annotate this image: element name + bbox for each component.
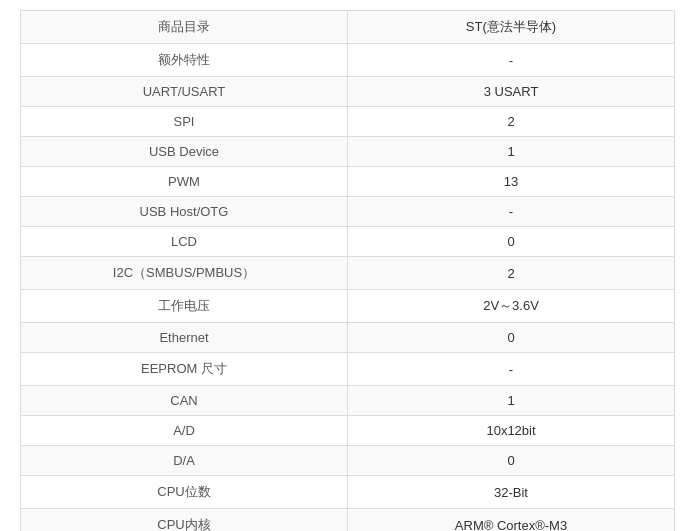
table-row: UART/USART3 USART	[21, 77, 675, 107]
row-value: 2V～3.6V	[348, 290, 675, 323]
row-label: LCD	[21, 227, 348, 257]
table-row: CPU内核ARM® Cortex®-M3	[21, 509, 675, 532]
table-row: USB Host/OTG-	[21, 197, 675, 227]
row-value: ST(意法半导体)	[348, 11, 675, 44]
row-label: A/D	[21, 416, 348, 446]
table-row: D/A0	[21, 446, 675, 476]
row-value: 1	[348, 137, 675, 167]
row-label: Ethernet	[21, 323, 348, 353]
row-label: I2C（SMBUS/PMBUS）	[21, 257, 348, 290]
table-row: A/D10x12bit	[21, 416, 675, 446]
row-value: 10x12bit	[348, 416, 675, 446]
table-row: USB Device1	[21, 137, 675, 167]
row-value: -	[348, 353, 675, 386]
row-value: 0	[348, 323, 675, 353]
table-row: SPI2	[21, 107, 675, 137]
row-value: 32-Bit	[348, 476, 675, 509]
row-label: UART/USART	[21, 77, 348, 107]
row-value: 0	[348, 227, 675, 257]
table-row: EEPROM 尺寸-	[21, 353, 675, 386]
table-row: Ethernet0	[21, 323, 675, 353]
row-label: PWM	[21, 167, 348, 197]
table-row: 工作电压2V～3.6V	[21, 290, 675, 323]
table-row: 额外特性-	[21, 44, 675, 77]
table-row: PWM13	[21, 167, 675, 197]
row-value: ARM® Cortex®-M3	[348, 509, 675, 532]
row-label: USB Host/OTG	[21, 197, 348, 227]
row-value: -	[348, 44, 675, 77]
row-label: 商品目录	[21, 11, 348, 44]
row-value: 2	[348, 107, 675, 137]
row-value: 3 USART	[348, 77, 675, 107]
row-label: D/A	[21, 446, 348, 476]
row-label: USB Device	[21, 137, 348, 167]
main-container: 商品目录ST(意法半导体)额外特性-UART/USART3 USARTSPI2U…	[0, 0, 695, 531]
row-label: SPI	[21, 107, 348, 137]
row-value: 2	[348, 257, 675, 290]
row-value: -	[348, 197, 675, 227]
row-label: EEPROM 尺寸	[21, 353, 348, 386]
table-row: CAN1	[21, 386, 675, 416]
row-label: CPU位数	[21, 476, 348, 509]
table-row: I2C（SMBUS/PMBUS）2	[21, 257, 675, 290]
row-label: 工作电压	[21, 290, 348, 323]
row-value: 1	[348, 386, 675, 416]
specs-table: 商品目录ST(意法半导体)额外特性-UART/USART3 USARTSPI2U…	[20, 10, 675, 531]
row-value: 13	[348, 167, 675, 197]
table-row: LCD0	[21, 227, 675, 257]
row-label: CPU内核	[21, 509, 348, 532]
row-label: CAN	[21, 386, 348, 416]
table-row: CPU位数32-Bit	[21, 476, 675, 509]
row-label: 额外特性	[21, 44, 348, 77]
table-row: 商品目录ST(意法半导体)	[21, 11, 675, 44]
row-value: 0	[348, 446, 675, 476]
